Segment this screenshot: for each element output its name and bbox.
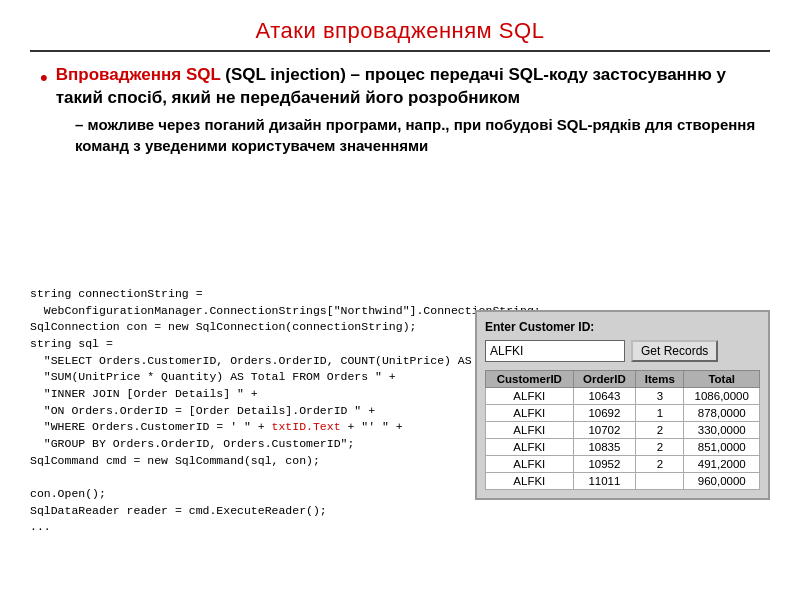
col-customerid: CustomerID bbox=[486, 371, 574, 388]
table-cell: ALFKI bbox=[486, 456, 574, 473]
table-row: ALFKI108352851,0000 bbox=[486, 439, 760, 456]
table-row: ALFKI107022330,0000 bbox=[486, 422, 760, 439]
table-cell: 10692 bbox=[573, 405, 636, 422]
table-cell: 10643 bbox=[573, 388, 636, 405]
bullet-section: • Впровадження SQL (SQL injection) – про… bbox=[40, 64, 770, 156]
code-block: string connectionString = WebConfigurati… bbox=[30, 286, 490, 536]
table-cell: 1 bbox=[636, 405, 684, 422]
col-items: Items bbox=[636, 371, 684, 388]
data-table: CustomerID OrderID Items Total ALFKI1064… bbox=[485, 370, 760, 490]
table-cell: 2 bbox=[636, 422, 684, 439]
table-cell: 10952 bbox=[573, 456, 636, 473]
page-title: Атаки впровадженням SQL bbox=[30, 18, 770, 44]
table-cell: 2 bbox=[636, 439, 684, 456]
table-cell: 2 bbox=[636, 456, 684, 473]
table-cell: 851,0000 bbox=[684, 439, 760, 456]
col-orderid: OrderID bbox=[573, 371, 636, 388]
table-cell: ALFKI bbox=[486, 473, 574, 490]
table-cell: ALFKI bbox=[486, 388, 574, 405]
bullet-dot: • bbox=[40, 64, 48, 93]
right-panel: Enter Customer ID: Get Records CustomerI… bbox=[475, 310, 770, 500]
table-row: ALFKI1064331086,0000 bbox=[486, 388, 760, 405]
table-row: ALFKI11011960,0000 bbox=[486, 473, 760, 490]
table-cell: 11011 bbox=[573, 473, 636, 490]
bullet-text-main: Впровадження SQL (SQL injection) – проце… bbox=[56, 64, 770, 110]
table-cell: 960,0000 bbox=[684, 473, 760, 490]
table-cell: ALFKI bbox=[486, 405, 574, 422]
bullet-main: • Впровадження SQL (SQL injection) – про… bbox=[40, 64, 770, 110]
sub-bullet: можливе через поганий дизайн програми, н… bbox=[75, 114, 770, 156]
table-cell: 10702 bbox=[573, 422, 636, 439]
table-cell: 10835 bbox=[573, 439, 636, 456]
table-cell: 3 bbox=[636, 388, 684, 405]
table-cell bbox=[636, 473, 684, 490]
panel-input-row: Get Records bbox=[485, 340, 760, 362]
table-row: ALFKI106921878,0000 bbox=[486, 405, 760, 422]
table-cell: ALFKI bbox=[486, 439, 574, 456]
title-divider bbox=[30, 50, 770, 52]
customer-id-input[interactable] bbox=[485, 340, 625, 362]
table-header-row: CustomerID OrderID Items Total bbox=[486, 371, 760, 388]
table-cell: 878,0000 bbox=[684, 405, 760, 422]
table-row: ALFKI109522491,2000 bbox=[486, 456, 760, 473]
bullet-highlight: Впровадження SQL bbox=[56, 65, 221, 84]
get-records-button[interactable]: Get Records bbox=[631, 340, 718, 362]
table-cell: 491,2000 bbox=[684, 456, 760, 473]
page: Атаки впровадженням SQL • Впровадження S… bbox=[0, 0, 800, 600]
col-total: Total bbox=[684, 371, 760, 388]
code-highlight-txtid: txtID.Text bbox=[272, 420, 341, 433]
table-cell: 1086,0000 bbox=[684, 388, 760, 405]
table-cell: 330,0000 bbox=[684, 422, 760, 439]
panel-label: Enter Customer ID: bbox=[485, 320, 760, 334]
table-cell: ALFKI bbox=[486, 422, 574, 439]
